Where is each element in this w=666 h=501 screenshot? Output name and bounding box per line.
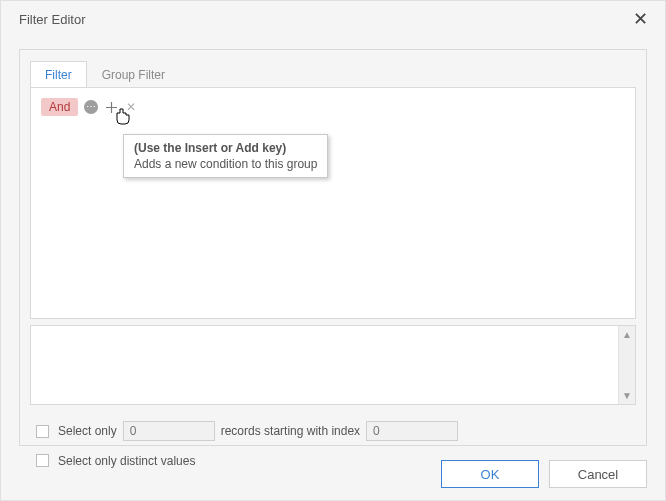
group-operator-chip[interactable]: And	[41, 98, 78, 116]
filter-tree-area: And ⋯ ✕ (Use the Insert or Add key)	[30, 87, 636, 319]
cancel-button[interactable]: Cancel	[549, 460, 647, 488]
select-only-checkbox[interactable]	[36, 425, 49, 438]
add-condition-icon[interactable]	[104, 100, 118, 114]
scroll-up-icon[interactable]: ▲	[619, 326, 635, 343]
distinct-label: Select only distinct values	[58, 454, 195, 468]
scroll-down-icon[interactable]: ▼	[619, 387, 635, 404]
select-only-count-input[interactable]	[123, 421, 215, 441]
filter-editor-dialog: Filter Editor ✕ Filter Group Filter And …	[0, 0, 666, 501]
distinct-checkbox[interactable]	[36, 454, 49, 467]
preview-scrollbar[interactable]: ▲ ▼	[618, 326, 635, 404]
select-only-label-left: Select only	[58, 424, 117, 438]
group-menu-icon[interactable]: ⋯	[84, 100, 98, 114]
select-only-label-mid: records starting with index	[221, 424, 360, 438]
close-icon[interactable]: ✕	[629, 8, 651, 30]
dialog-title: Filter Editor	[19, 12, 629, 27]
remove-group-icon[interactable]: ✕	[124, 100, 138, 114]
preview-pane: ▲ ▼	[30, 325, 636, 405]
titlebar: Filter Editor ✕	[1, 1, 665, 37]
root-group-row: And ⋯ ✕	[41, 98, 138, 116]
main-panel: Filter Group Filter And ⋯ ✕	[19, 49, 647, 446]
tooltip-title: (Use the Insert or Add key)	[134, 141, 317, 155]
select-only-index-input[interactable]	[366, 421, 458, 441]
tooltip-body: Adds a new condition to this group	[134, 157, 317, 171]
tab-strip: Filter Group Filter	[20, 50, 646, 87]
add-condition-tooltip: (Use the Insert or Add key) Adds a new c…	[123, 134, 328, 178]
tab-filter[interactable]: Filter	[30, 61, 87, 88]
select-only-row: Select only records starting with index	[32, 421, 634, 441]
tab-group-filter[interactable]: Group Filter	[87, 61, 180, 88]
ok-button[interactable]: OK	[441, 460, 539, 488]
dialog-footer: OK Cancel	[441, 460, 647, 488]
